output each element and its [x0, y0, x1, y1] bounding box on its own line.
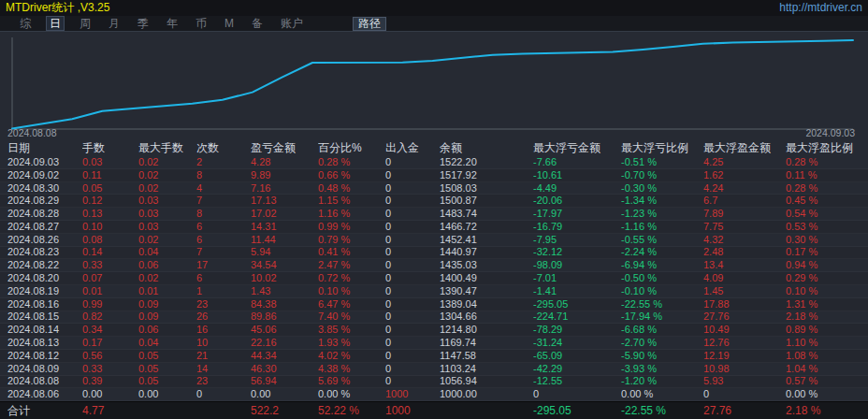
table-cell: 1440.97 — [440, 246, 533, 258]
table-row[interactable]: 2024.08.140.340.061645.063.85 %01214.80-… — [0, 324, 868, 337]
table-cell: -5.90 % — [621, 350, 703, 362]
table-cell: 0.08 — [82, 234, 138, 246]
table-cell: 10 — [196, 337, 251, 349]
table-cell: 0.45 % — [786, 195, 868, 207]
table-cell: 4.77 — [82, 405, 138, 417]
table-cell: 2024.08.20 — [7, 272, 82, 284]
column-header: 最大浮亏比例 — [621, 142, 703, 154]
table-cell: 1389.04 — [440, 298, 533, 311]
table-cell: 0.82 — [82, 311, 138, 323]
table-cell: 1.31 % — [786, 298, 868, 311]
table-row[interactable]: 2024.08.290.120.03717.131.15 %01500.87-2… — [0, 195, 868, 208]
table-cell: 1.93 % — [318, 337, 385, 349]
table-cell: 1103.24 — [440, 363, 533, 375]
table-cell: 0.17 — [82, 337, 138, 349]
table-cell: 7.40 % — [318, 311, 385, 323]
menu-tab-2[interactable]: 周 — [77, 17, 94, 30]
table-row[interactable]: 2024.08.280.130.03817.021.16 %01483.74-1… — [0, 208, 868, 221]
table-cell: -7.95 — [533, 234, 621, 246]
table-cell: 2024.08.09 — [7, 363, 82, 375]
table-row[interactable]: 2024.08.220.330.061734.542.47 %01435.03-… — [0, 259, 868, 272]
table-cell: 0.09 — [138, 298, 196, 311]
table-cell: 89.86 — [251, 311, 318, 323]
table-cell: 56.94 — [251, 375, 318, 387]
balance-chart-svg — [0, 32, 868, 139]
table-cell: 0.72 % — [318, 272, 385, 284]
table-cell: 0 — [385, 208, 440, 220]
menu-tab-9[interactable]: 账户 — [278, 17, 306, 30]
table-row[interactable]: 2024.08.300.050.0247.160.48 %01508.03-4.… — [0, 182, 868, 195]
table-cell: 0.28 % — [786, 182, 868, 195]
table-cell: 2024.08.13 — [7, 337, 82, 349]
menu-tab-7[interactable]: M — [222, 17, 237, 30]
menu-tab-4[interactable]: 季 — [135, 17, 152, 30]
table-cell: 0 — [703, 388, 786, 400]
stats-table: 日期手数最大手数次数盈亏金额百分比%出入金余额最大浮亏金额最大浮亏比例最大浮盈金… — [0, 138, 868, 419]
table-cell: 0.14 — [82, 246, 138, 258]
table-row[interactable]: 2024.08.270.100.03614.310.99 %01466.72-1… — [0, 221, 868, 234]
table-row[interactable]: 2024.08.130.170.041022.161.93 %01169.74-… — [0, 337, 868, 350]
table-row[interactable]: 2024.08.150.820.092689.867.40 %01304.66-… — [0, 311, 868, 325]
table-cell: 0 — [385, 259, 440, 271]
table-cell: 1400.49 — [440, 272, 533, 284]
menu-tab-6[interactable]: 币 — [193, 17, 210, 30]
table-cell: 2.18 % — [786, 311, 868, 323]
table-row[interactable]: 2024.08.190.010.0111.430.10 %01390.47-1.… — [0, 285, 868, 298]
menu-tab-5[interactable]: 年 — [164, 17, 181, 30]
table-cell: 0 — [196, 388, 251, 400]
menu-tab-0[interactable]: 综 — [17, 17, 34, 30]
table-cell: -16.79 — [533, 221, 621, 233]
table-row[interactable]: 2024.08.060.000.0000.000.00 %10001000.00… — [0, 388, 868, 401]
table-cell: -65.09 — [533, 350, 621, 362]
table-cell: 0 — [385, 285, 440, 297]
table-cell: 0 — [385, 246, 440, 258]
menu-tab-8[interactable]: 备 — [249, 17, 266, 30]
table-row[interactable]: 2024.08.080.390.052356.945.69 %01056.94-… — [0, 376, 868, 389]
table-cell: -1.20 % — [621, 375, 703, 387]
table-cell: 10.98 — [703, 363, 786, 375]
table-cell: 0.02 — [138, 182, 196, 195]
table-cell: 0.02 — [138, 169, 196, 181]
table-cell: -6.94 % — [621, 259, 703, 271]
table-cell: 1.45 — [703, 285, 786, 297]
table-cell: 21 — [196, 350, 251, 362]
table-cell: 4.32 — [703, 234, 786, 246]
table-row[interactable]: 2024.08.090.330.051446.304.38 %01103.24-… — [0, 363, 868, 376]
table-cell: 1508.03 — [440, 182, 533, 195]
table-row[interactable]: 2024.09.030.030.0224.280.28 %01522.20-7.… — [0, 156, 868, 169]
table-row[interactable]: 2024.08.230.140.0475.940.41 %01440.97-32… — [0, 247, 868, 260]
table-cell: 0.05 — [82, 182, 138, 195]
table-cell: 27.76 — [703, 405, 786, 417]
balance-line — [12, 40, 853, 129]
table-cell: 0.00 — [138, 388, 196, 400]
menu-tab-1[interactable]: 日 — [46, 16, 65, 31]
app-url-link[interactable]: http://mtdriver.cn — [779, 0, 862, 16]
table-cell: 0 — [385, 324, 440, 336]
table-cell: 23 — [196, 298, 251, 311]
table-cell: -7.66 — [533, 156, 621, 168]
table-cell: 0.10 % — [786, 285, 868, 297]
table-cell: 0.05 — [138, 350, 196, 362]
table-cell: 2024.09.03 — [7, 156, 82, 168]
table-cell: -0.50 % — [621, 272, 703, 284]
table-cell: 2024.08.06 — [7, 388, 82, 400]
path-button[interactable]: 路径 — [353, 17, 386, 31]
table-cell: -0.51 % — [621, 156, 703, 168]
table-cell: 1304.66 — [440, 311, 533, 323]
table-row[interactable]: 2024.08.200.070.02610.020.72 %01400.49-7… — [0, 272, 868, 285]
table-row[interactable]: 2024.08.260.080.02611.440.79 %01452.41-7… — [0, 234, 868, 247]
table-cell: 0.79 % — [318, 234, 385, 246]
menu-tab-3[interactable]: 月 — [106, 17, 123, 30]
table-row[interactable]: 2024.08.120.560.052144.344.02 %01147.58-… — [0, 350, 868, 363]
table-cell: -78.29 — [533, 324, 621, 336]
table-cell: 2.48 — [703, 246, 786, 258]
table-cell: 1522.20 — [440, 156, 533, 168]
table-row[interactable]: 2024.09.020.110.0289.890.66 %01517.92-10… — [0, 169, 868, 182]
table-cell: 1452.41 — [440, 234, 533, 246]
table-row[interactable]: 2024.08.160.990.092384.386.47 %01389.04-… — [0, 298, 868, 311]
table-cell: 6.47 % — [318, 298, 385, 311]
table-cell: -3.93 % — [621, 363, 703, 375]
table-cell: 2024.09.02 — [7, 169, 82, 181]
table-cell: 52.22 % — [318, 405, 385, 417]
table-cell: 6 — [196, 221, 251, 233]
